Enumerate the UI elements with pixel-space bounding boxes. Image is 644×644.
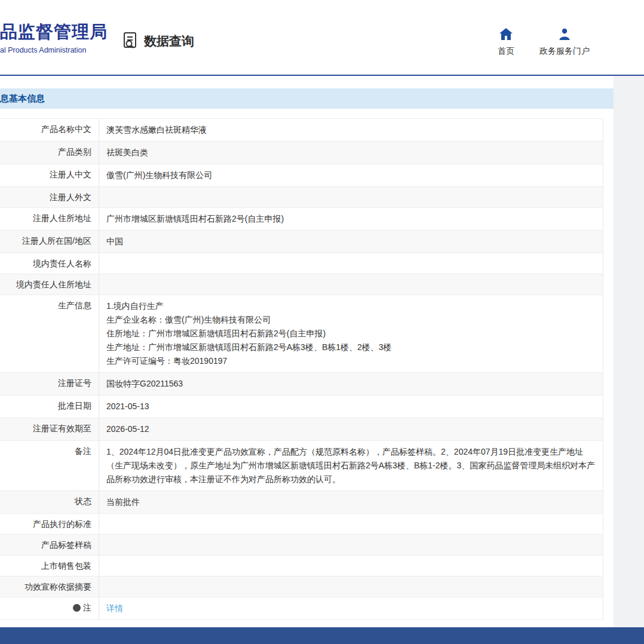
table-row: 产品标签样稿: [0, 535, 603, 556]
row-value: 澳芙雪水感嫩白祛斑精华液: [99, 119, 603, 141]
content-card: 息基本信息 产品名称中文澳芙雪水感嫩白祛斑精华液产品类别祛斑美白类注册人中文傲雪…: [0, 76, 614, 628]
row-label: 产品标签样稿: [0, 535, 99, 555]
table-row: 注详情: [0, 597, 603, 620]
row-label: 注册人中文: [0, 164, 99, 186]
site-logo: 品监督管理局 al Products Administration: [0, 22, 108, 54]
data-query-label: 数据查询: [144, 33, 194, 50]
section-header: 息基本信息: [0, 88, 614, 109]
detail-link[interactable]: 详情: [106, 603, 123, 613]
table-row: 注册人外文: [0, 187, 603, 208]
user-icon: [559, 27, 571, 41]
site-header: 品监督管理局 al Products Administration 数据查询: [0, 0, 644, 75]
row-label: 注册证号: [0, 373, 99, 395]
row-value: 2021-05-13: [99, 395, 603, 418]
note-icon: [73, 604, 81, 612]
row-label: 注: [0, 597, 99, 620]
row-value: 详情: [99, 597, 603, 620]
info-table: 产品名称中文澳芙雪水感嫩白祛斑精华液产品类别祛斑美白类注册人中文傲雪(广州)生物…: [0, 118, 603, 620]
row-label: 注册人外文: [0, 187, 99, 207]
row-value: [99, 514, 603, 534]
row-label: 注册证有效期至: [0, 418, 99, 440]
row-value: 广州市增城区新塘镇瑶田村石新路2号(自主申报): [99, 208, 603, 230]
table-row: 注册人所在国/地区中国: [0, 231, 603, 253]
nav-portal-label: 政务服务门户: [539, 46, 590, 57]
row-value: 1.境内自行生产 生产企业名称：傲雪(广州)生物科技有限公司 住所地址：广州市增…: [99, 295, 603, 372]
row-label: 备注: [0, 441, 99, 490]
row-value: 中国: [99, 231, 603, 253]
row-value: [99, 556, 603, 576]
nav-home[interactable]: 首页: [498, 27, 514, 57]
section-title: 息基本信息: [0, 93, 45, 103]
row-label: 境内责任人住所地址: [0, 274, 99, 295]
page: 品监督管理局 al Products Administration 数据查询: [0, 0, 644, 644]
table-row: 注册证号国妆特字G20211563: [0, 373, 603, 395]
row-value: [99, 253, 603, 274]
row-label: 产品类别: [0, 142, 99, 164]
table-row: 生产信息1.境内自行生产 生产企业名称：傲雪(广州)生物科技有限公司 住所地址：…: [0, 295, 603, 373]
row-label: 生产信息: [0, 295, 99, 372]
nav-home-label: 首页: [498, 46, 514, 57]
row-label: 境内责任人名称: [0, 253, 99, 274]
table-row: 上市销售包装: [0, 556, 603, 576]
nav-portal[interactable]: 政务服务门户: [539, 27, 590, 57]
row-value: [99, 274, 603, 295]
top-nav: 首页 政务服务门户: [498, 27, 590, 57]
main-area: 息基本信息 产品名称中文澳芙雪水感嫩白祛斑精华液产品类别祛斑美白类注册人中文傲雪…: [0, 76, 644, 627]
logo-subtitle: al Products Administration: [0, 46, 108, 54]
row-label: 批准日期: [0, 395, 99, 418]
table-row: 产品执行的标准: [0, 514, 603, 535]
row-value: 2026-05-12: [99, 418, 603, 440]
table-row: 产品类别祛斑美白类: [0, 142, 603, 164]
table-row: 注册证有效期至2026-05-12: [0, 418, 603, 441]
table-row: 注册人中文傲雪(广州)生物科技有限公司: [0, 164, 603, 187]
logo-title: 品监督管理局: [0, 22, 108, 42]
row-label: 产品执行的标准: [0, 514, 99, 534]
table-row: 注册人住所地址广州市增城区新塘镇瑶田村石新路2号(自主申报): [0, 208, 603, 231]
page-footer: [0, 627, 644, 644]
row-label: 状态: [0, 491, 99, 513]
table-row: 批准日期2021-05-13: [0, 395, 603, 418]
row-value: [99, 187, 603, 207]
row-value: [99, 535, 603, 555]
table-row: 状态当前批件: [0, 491, 603, 514]
row-value: 当前批件: [99, 491, 603, 513]
row-label: 注册人住所地址: [0, 208, 99, 230]
data-query-nav[interactable]: 数据查询: [121, 31, 194, 51]
table-row: 境内责任人住所地址: [0, 274, 603, 295]
document-search-icon: [121, 31, 139, 51]
row-value: [99, 576, 603, 597]
row-label: 产品名称中文: [0, 119, 99, 141]
table-row: 产品名称中文澳芙雪水感嫩白祛斑精华液: [0, 119, 603, 142]
table-row: 备注1、2024年12月04日批准变更产品功效宣称，产品配方（规范原料名称），产…: [0, 441, 603, 491]
row-value: 傲雪(广州)生物科技有限公司: [99, 164, 603, 186]
home-icon: [499, 27, 513, 41]
row-value: 国妆特字G20211563: [99, 373, 603, 395]
row-value: 祛斑美白类: [99, 142, 603, 164]
row-label: 功效宣称依据摘要: [0, 576, 99, 597]
row-label: 注册人所在国/地区: [0, 231, 99, 253]
table-row: 功效宣称依据摘要: [0, 576, 603, 597]
row-label: 上市销售包装: [0, 556, 99, 576]
row-value: 1、2024年12月04日批准变更产品功效宣称，产品配方（规范原料名称），产品标…: [99, 441, 603, 490]
table-row: 境内责任人名称: [0, 253, 603, 274]
